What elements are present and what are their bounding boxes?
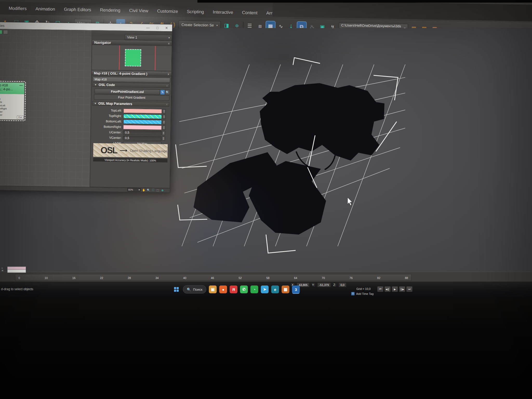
taskbar-search[interactable]: 🔍 Поиск bbox=[183, 285, 206, 294]
close-icon[interactable]: x bbox=[168, 42, 170, 45]
photos-icon[interactable]: ▦ bbox=[282, 285, 289, 293]
close-icon[interactable]: x bbox=[168, 72, 169, 76]
3dsmax-icon[interactable]: 3 bbox=[292, 285, 300, 293]
search-icon: 🔍 bbox=[187, 288, 191, 291]
spinner-control[interactable]: ▲▼ bbox=[162, 131, 165, 135]
go-to-end-button[interactable]: ⏭ bbox=[406, 286, 413, 292]
spinner-control[interactable]: ▲▼ bbox=[162, 114, 166, 119]
bottomleft-color-swatch[interactable] bbox=[123, 119, 162, 124]
navigator-guide-line bbox=[119, 45, 120, 70]
monitor-bezel-bottom bbox=[0, 298, 532, 399]
map-parameters-panel: Map #18 ( OSL: 4-point Gradient ) x Map … bbox=[90, 70, 171, 188]
osl-code-rollout[interactable]: ▼ OSL Code ≡ bbox=[93, 82, 170, 88]
menu-civil-view[interactable]: Civil View bbox=[129, 8, 148, 14]
spinner-control[interactable]: ▲▼ bbox=[162, 136, 165, 141]
node-graph-view[interactable]: Map #18 OSL: 4-po... — VW opLeft opRight… bbox=[0, 29, 92, 187]
node-view-button[interactable] bbox=[0, 30, 2, 34]
spinner-control[interactable]: ▲▼ bbox=[162, 125, 165, 130]
zoom-level-dropdown[interactable]: 81% ▾ bbox=[127, 188, 141, 192]
menu-animation[interactable]: Animation bbox=[35, 6, 55, 12]
osl-map-parameters-rollout[interactable]: ▼ OSL Map Parameters ≡ bbox=[92, 101, 169, 107]
z-coordinate-field[interactable]: 0,0 bbox=[339, 283, 346, 287]
maxscript-mini-listener[interactable]: ≡⊞ bbox=[4, 267, 25, 273]
zoom-region-icon[interactable]: ⛶ bbox=[151, 188, 155, 192]
whatsapp-icon[interactable]: ✆ bbox=[240, 285, 248, 293]
zoom-icon[interactable]: 🔍 bbox=[147, 188, 150, 192]
next-frame-button[interactable]: ❙▶ bbox=[399, 286, 405, 292]
window-title-partial: ties bbox=[0, 24, 4, 28]
node-port[interactable]: BottomLeft bbox=[0, 104, 23, 108]
yandex-browser-icon[interactable]: Я bbox=[230, 285, 237, 293]
start-button[interactable] bbox=[172, 285, 180, 293]
viewport-accuracy-bar: Viewport Accuracy (in Realistic Mode): 1… bbox=[93, 158, 168, 162]
menu-customize[interactable]: Customize bbox=[157, 9, 178, 14]
node-out-port[interactable]: Out bbox=[17, 115, 23, 119]
sber-icon[interactable]: ◔ bbox=[250, 285, 258, 293]
y-coordinate-field[interactable]: -51,379 bbox=[317, 283, 331, 287]
go-to-start-button[interactable]: ⏮ bbox=[377, 286, 383, 292]
edge-icon[interactable]: e bbox=[271, 285, 279, 293]
topright-label: TopRight: bbox=[91, 114, 123, 118]
chevron-down-icon: ▾ bbox=[138, 189, 140, 191]
play-button[interactable]: ▶ bbox=[392, 286, 398, 292]
bottomright-label: BottomRight: bbox=[91, 125, 123, 129]
osl-logo-arrow-icon: ⟶ bbox=[120, 147, 127, 154]
y-label: Y: bbox=[312, 283, 315, 287]
chevron-down-icon: ▾ bbox=[216, 24, 218, 27]
menu-modifiers[interactable]: Modifiers bbox=[9, 6, 26, 11]
explorer-icon[interactable]: ▣ bbox=[209, 285, 217, 293]
map-name-field[interactable]: Map #18 bbox=[93, 77, 170, 83]
previous-frame-button[interactable]: ◀❙ bbox=[384, 286, 391, 292]
spinner-control[interactable]: ▲▼ bbox=[162, 109, 166, 113]
osl-edit-icon[interactable]: ✎ bbox=[160, 90, 165, 95]
node-port[interactable]: BottomRight bbox=[0, 107, 23, 111]
osl-browse-icon[interactable]: 🔍 bbox=[165, 90, 170, 95]
firefox-icon[interactable]: ● bbox=[219, 285, 227, 293]
menu-graph-editors[interactable]: Graph Editors bbox=[64, 7, 91, 13]
map-panel-title-bar[interactable]: Map #18 ( OSL: 4-point Gradient ) x bbox=[92, 70, 171, 77]
maximize-button[interactable]: □ bbox=[156, 26, 158, 30]
topleft-color-swatch[interactable] bbox=[123, 108, 162, 113]
node-header[interactable]: Map #18 OSL: 4-po... — bbox=[0, 82, 24, 94]
menu-scripting[interactable]: Scripting bbox=[187, 9, 204, 15]
chevron-down-icon: ▾ bbox=[169, 36, 170, 39]
node-view-button[interactable] bbox=[3, 30, 8, 34]
menu-rendering[interactable]: Rendering bbox=[100, 8, 121, 13]
pan-to-selected-icon[interactable]: ⊕ bbox=[161, 188, 164, 192]
bottomright-color-swatch[interactable] bbox=[123, 125, 162, 130]
time-slider-track-bar[interactable]: 010 1622 2834 4046 5258 6470 7682 88 bbox=[0, 272, 532, 282]
telegram-icon[interactable]: ➤ bbox=[261, 285, 269, 293]
osl-file-button[interactable]: FourPointGradient.osl bbox=[95, 89, 160, 95]
map18-node[interactable]: Map #18 OSL: 4-po... — VW opLeft opRight… bbox=[0, 82, 24, 120]
menu-content[interactable]: Content bbox=[242, 10, 257, 16]
vcenter-field[interactable]: 0,5 bbox=[123, 136, 161, 141]
screen-shadow bbox=[205, 28, 361, 96]
z-label: Z: bbox=[333, 283, 336, 287]
menu-interactive[interactable]: Interactive bbox=[213, 10, 233, 15]
node-minimize-icon[interactable]: — bbox=[19, 83, 23, 87]
topright-color-swatch[interactable] bbox=[123, 114, 162, 119]
slate-parameter-pane: View 1 ▾ Navigator x Map #18 ( OSL: 4-po… bbox=[89, 30, 172, 188]
time-tag-icon: ⏱ bbox=[351, 292, 355, 295]
node-port[interactable]: opLeft bbox=[0, 97, 23, 101]
node-port[interactable]: opRight bbox=[0, 101, 23, 104]
navigator-thumbnail[interactable] bbox=[92, 45, 171, 70]
ucenter-field[interactable]: 0,5 bbox=[123, 130, 161, 135]
node-port[interactable]: VW bbox=[0, 94, 23, 98]
minimize-button[interactable]: — bbox=[146, 26, 150, 30]
add-time-tag[interactable]: ⏱ Add Time Tag bbox=[351, 292, 374, 295]
status-prompt: d-drag to select objects bbox=[1, 287, 33, 291]
listener-icons: ≡⊞ bbox=[2, 267, 3, 272]
mech-silhouette[interactable] bbox=[194, 83, 384, 235]
timeline-ruler[interactable]: 010 1622 2834 4046 5258 6470 7682 88 bbox=[15, 274, 411, 281]
mini-listener-white-row[interactable] bbox=[7, 269, 26, 273]
pan-hand-icon[interactable]: ✋ bbox=[142, 188, 145, 191]
zoom-extents-icon[interactable]: ⬚ bbox=[156, 188, 159, 192]
close-button[interactable]: ✕ bbox=[165, 26, 168, 30]
view-tab[interactable]: View 1 ▾ bbox=[125, 34, 172, 41]
navigator-node-thumb[interactable] bbox=[125, 49, 141, 66]
spinner-control[interactable]: ▲▼ bbox=[162, 120, 166, 124]
node-port[interactable]: UCenter bbox=[0, 110, 23, 114]
rollout-grip-icon: ≡ bbox=[166, 84, 168, 87]
menu-bar-extension bbox=[272, 0, 532, 22]
